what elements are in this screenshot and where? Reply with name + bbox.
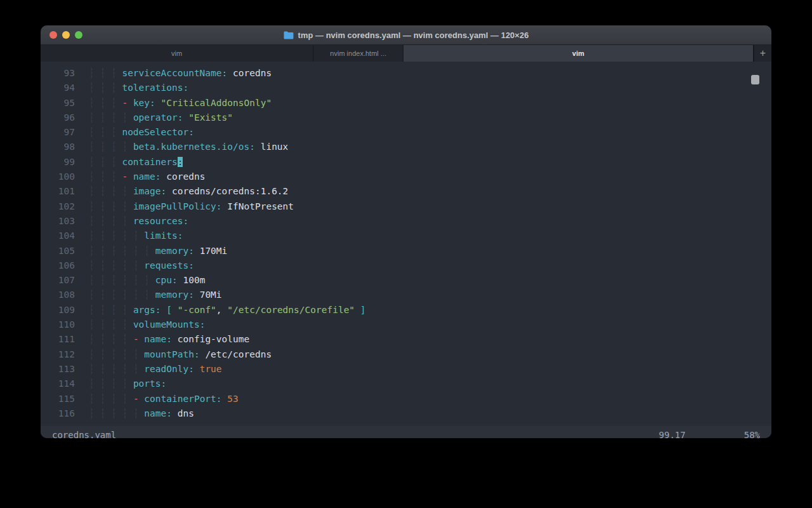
token-key: requests: xyxy=(144,260,194,271)
line-number: 106 xyxy=(46,258,75,273)
tab-vim-left[interactable]: vim xyxy=(41,45,313,62)
token-val: , xyxy=(216,305,227,315)
indent-guide: ┆ xyxy=(133,246,144,256)
line-number: 97 xyxy=(46,125,75,140)
token-str: "CriticalAddonsOnly" xyxy=(155,98,272,108)
window-title-text: tmp — nvim coredns.yaml — nvim coredns.y… xyxy=(298,30,529,40)
token-key: containers xyxy=(122,157,177,167)
token-dash: - xyxy=(133,334,144,344)
token-val: /etc/coredns xyxy=(200,349,272,359)
token-val: coredns xyxy=(161,171,206,182)
code-line: 106┆ ┆ ┆ ┆ ┆ requests: xyxy=(41,258,771,273)
indent-guide: ┆ xyxy=(111,201,122,211)
indent-guide: ┆ xyxy=(100,349,110,359)
indent-guide: ┆ xyxy=(111,142,122,152)
indent-guide: ┆ xyxy=(122,186,133,196)
token-key: nodeSelector: xyxy=(122,127,194,137)
token-key: name: xyxy=(133,171,161,182)
line-number: 104 xyxy=(46,229,75,243)
indent-guide: ┆ xyxy=(100,142,110,152)
indent-guide: ┆ xyxy=(100,305,110,315)
indent-guide: ┆ xyxy=(100,186,110,196)
indent-guide: ┆ xyxy=(144,275,155,285)
indent-guide: ┆ xyxy=(100,246,110,256)
indent-guide: ┆ xyxy=(100,127,110,137)
editor[interactable]: 93┆ ┆ ┆ serviceAccountName: coredns94┆ ┆… xyxy=(41,62,771,426)
indent-guide: ┆ xyxy=(111,171,122,182)
indent-guide: ┆ xyxy=(89,127,100,137)
indent-guide: ┆ xyxy=(100,334,110,344)
indent-guide: ┆ xyxy=(89,394,100,404)
indent-guide: ┆ xyxy=(111,246,122,256)
indent-guide: ┆ xyxy=(111,231,122,241)
code-line: 105┆ ┆ ┆ ┆ ┆ ┆ memory: 170Mi xyxy=(41,244,771,258)
tab-nvim-index[interactable]: nvim index.html ... xyxy=(313,45,403,62)
line-number: 105 xyxy=(46,244,75,258)
token-key: readOnly: xyxy=(144,364,194,374)
line-number: 100 xyxy=(46,170,75,184)
code-line: 95┆ ┆ ┆ - key: "CriticalAddonsOnly" xyxy=(41,96,771,110)
indent-guide: ┆ xyxy=(89,260,100,271)
indent-guide: ┆ xyxy=(111,334,122,344)
indent-guide: ┆ xyxy=(111,408,122,418)
tab-vim-active[interactable]: vim xyxy=(403,45,754,62)
indent-guide: ┆ xyxy=(111,83,122,93)
indent-guide: ┆ xyxy=(122,260,133,271)
indent-guide: ┆ xyxy=(122,334,133,344)
token-key: image: xyxy=(133,186,166,196)
code-line: 93┆ ┆ ┆ serviceAccountName: coredns xyxy=(41,66,771,81)
code-line: 98┆ ┆ ┆ ┆ beta.kubernetes.io/os: linux xyxy=(41,140,771,154)
line-number: 114 xyxy=(46,377,75,391)
close-button[interactable] xyxy=(49,31,57,39)
indent-guide: ┆ xyxy=(89,408,100,418)
code-line: 115┆ ┆ ┆ ┆ - containerPort: 53 xyxy=(41,392,771,406)
token-num: true xyxy=(194,364,222,374)
token-dash: - xyxy=(133,394,144,404)
indent-guide: ┆ xyxy=(100,364,110,374)
line-number: 110 xyxy=(46,318,75,332)
indent-guide: ┆ xyxy=(122,231,133,241)
token-dash: - xyxy=(122,171,133,182)
token-val: coredns xyxy=(227,68,272,78)
line-number: 113 xyxy=(46,362,75,377)
indent-guide: ┆ xyxy=(111,378,122,389)
zoom-button[interactable] xyxy=(75,31,82,39)
scrollbar-thumb[interactable] xyxy=(751,75,759,84)
status-filename: coredns.yaml xyxy=(52,430,116,439)
token-key: cpu: xyxy=(155,275,178,285)
tab-label: nvim index.html ... xyxy=(330,50,386,57)
indent-guide: ┆ xyxy=(100,171,110,182)
new-tab-button[interactable]: + xyxy=(754,45,771,62)
code-line: 108┆ ┆ ┆ ┆ ┆ ┆ memory: 70Mi xyxy=(41,288,771,302)
editor-lines: 93┆ ┆ ┆ serviceAccountName: coredns94┆ ┆… xyxy=(41,66,771,421)
terminal-window: tmp — nvim coredns.yaml — nvim coredns.y… xyxy=(41,25,771,438)
indent-guide: ┆ xyxy=(133,408,144,418)
indent-guide: ┆ xyxy=(100,319,110,330)
indent-guide: ┆ xyxy=(89,83,100,93)
status-bar: coredns.yaml 99,17 58% xyxy=(41,426,771,438)
line-number: 102 xyxy=(46,199,75,214)
indent-guide: ┆ xyxy=(100,260,110,271)
code-line: 102┆ ┆ ┆ ┆ imagePullPolicy: IfNotPresent xyxy=(41,199,771,214)
line-number: 108 xyxy=(46,288,75,302)
indent-guide: ┆ xyxy=(122,246,133,256)
token-key: name: xyxy=(144,334,172,344)
indent-guide: ┆ xyxy=(111,319,122,330)
code-line: 116┆ ┆ ┆ ┆ ┆ name: dns xyxy=(41,406,771,421)
cursor-block: : xyxy=(178,157,183,167)
token-key: volumeMounts: xyxy=(133,319,206,330)
token-dash: - xyxy=(122,98,133,108)
traffic-lights xyxy=(49,31,82,39)
indent-guide: ┆ xyxy=(111,305,122,315)
indent-guide: ┆ xyxy=(100,216,110,226)
indent-guide: ┆ xyxy=(122,349,133,359)
code-line: 113┆ ┆ ┆ ┆ ┆ readOnly: true xyxy=(41,362,771,377)
code-line: 104┆ ┆ ┆ ┆ ┆ limits: xyxy=(41,229,771,243)
indent-guide: ┆ xyxy=(122,364,133,374)
token-num: 53 xyxy=(222,394,239,404)
indent-guide: ┆ xyxy=(89,275,100,285)
minimize-button[interactable] xyxy=(62,31,70,39)
titlebar[interactable]: tmp — nvim coredns.yaml — nvim coredns.y… xyxy=(41,25,771,45)
token-key: operator: xyxy=(133,112,183,123)
indent-guide: ┆ xyxy=(89,112,100,123)
